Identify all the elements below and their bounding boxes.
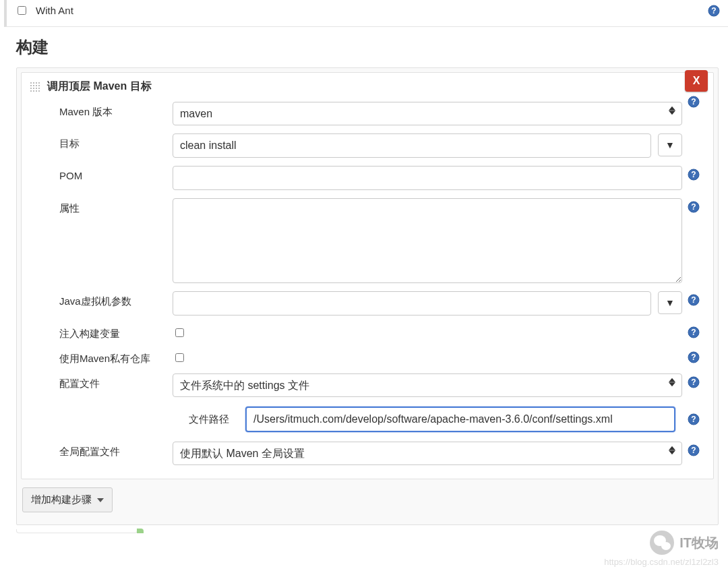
- add-build-step-label: 增加构建步骤: [31, 493, 92, 506]
- section-title-build: 构建: [0, 27, 728, 67]
- step-header: 调用顶层 Maven 目标 X: [22, 73, 713, 98]
- row-global-settings: 全局配置文件 使用默认 Maven 全局设置: [22, 438, 713, 469]
- checkbox-inject-vars[interactable]: [175, 328, 184, 337]
- chevron-down-icon: [97, 498, 104, 502]
- row-maven-version: Maven 版本 maven: [22, 98, 713, 129]
- step-title: 调用顶层 Maven 目标: [47, 80, 152, 94]
- wechat-icon: [650, 531, 674, 533]
- help-icon[interactable]: [688, 326, 700, 338]
- with-ant-label: With Ant: [36, 5, 73, 16]
- drag-handle-icon[interactable]: [30, 82, 40, 92]
- expand-button[interactable]: ▼: [658, 291, 682, 314]
- add-build-step-button[interactable]: 增加构建步骤: [22, 487, 113, 512]
- help-icon[interactable]: [688, 444, 700, 456]
- help-icon[interactable]: [688, 294, 700, 306]
- label-private-repo: 使用Maven私有仓库: [59, 349, 173, 365]
- row-settings: 配置文件 文件系统中的 settings 文件: [22, 369, 713, 401]
- build-steps-panel: 调用顶层 Maven 目标 X Maven 版本 maven 目标 ▼: [16, 67, 719, 525]
- row-properties: 属性: [22, 194, 713, 287]
- maven-build-step: 调用顶层 Maven 目标 X Maven 版本 maven 目标 ▼: [21, 72, 714, 479]
- select-maven-version[interactable]: maven: [173, 102, 682, 125]
- row-inject-vars: 注入构建变量: [22, 320, 713, 344]
- delete-step-button[interactable]: X: [685, 70, 708, 92]
- label-inject-vars: 注入构建变量: [59, 324, 173, 340]
- help-icon[interactable]: [688, 351, 700, 363]
- input-goals[interactable]: [173, 133, 651, 158]
- checkbox-private-repo[interactable]: [175, 353, 184, 362]
- help-icon[interactable]: [688, 413, 700, 425]
- textarea-properties[interactable]: [173, 198, 682, 283]
- row-private-repo: 使用Maven私有仓库: [22, 344, 713, 369]
- label-goals: 目标: [59, 133, 173, 150]
- help-icon[interactable]: [688, 169, 700, 181]
- input-settings-filepath[interactable]: [245, 407, 675, 432]
- with-ant-checkbox[interactable]: [18, 6, 26, 15]
- expand-button[interactable]: ▼: [658, 133, 682, 156]
- row-settings-filepath: 文件路径: [22, 401, 713, 438]
- label-pom: POM: [59, 166, 173, 181]
- label-file-path: 文件路径: [189, 413, 245, 426]
- label-maven-version: Maven 版本: [59, 102, 173, 119]
- row-goals: 目标 ▼: [22, 129, 713, 162]
- label-jvm-opts: Java虚拟机参数: [59, 291, 173, 308]
- row-pom: POM: [22, 162, 713, 194]
- label-global-settings: 全局配置文件: [59, 442, 173, 458]
- label-settings: 配置文件: [59, 373, 173, 390]
- tab-indicator: [16, 529, 138, 533]
- help-icon[interactable]: [688, 201, 700, 213]
- help-icon[interactable]: [708, 5, 720, 17]
- label-properties: 属性: [59, 198, 173, 215]
- watermark: IT牧场: [650, 531, 719, 533]
- input-pom[interactable]: [173, 166, 682, 190]
- select-settings[interactable]: 文件系统中的 settings 文件: [173, 373, 682, 397]
- with-ant-row: With Ant: [4, 0, 728, 27]
- help-icon[interactable]: [688, 376, 700, 388]
- input-jvm-opts[interactable]: [173, 291, 651, 315]
- select-global-settings[interactable]: 使用默认 Maven 全局设置: [173, 442, 682, 465]
- row-jvm-opts: Java虚拟机参数 ▼: [22, 287, 713, 320]
